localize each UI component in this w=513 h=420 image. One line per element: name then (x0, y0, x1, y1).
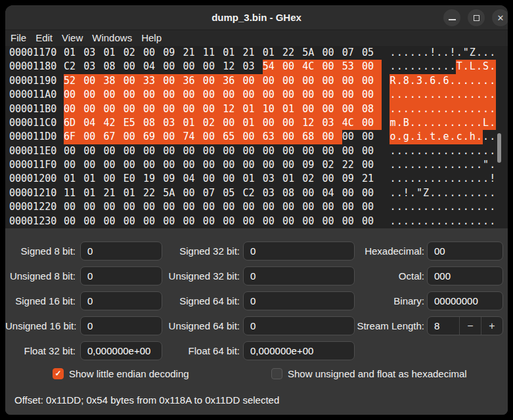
ascii-char[interactable]: h (469, 130, 476, 144)
hex-byte[interactable]: 00 (163, 215, 183, 228)
ascii-char[interactable]: . (483, 88, 489, 102)
hex-byte[interactable]: 6D (64, 116, 83, 130)
hex-byte[interactable]: 00 (183, 60, 203, 74)
ascii-char[interactable]: . (449, 158, 456, 172)
hex-byte[interactable]: 11 (203, 46, 223, 60)
ascii-char[interactable]: c (456, 130, 462, 144)
ascii-char[interactable]: S (483, 60, 489, 74)
hex-byte[interactable]: 00 (223, 88, 242, 102)
hex-byte[interactable]: 00 (143, 158, 163, 172)
ascii-char[interactable]: . (443, 158, 449, 172)
hex-byte[interactable]: 00 (302, 144, 322, 158)
hex-byte[interactable]: 00 (342, 215, 362, 228)
ascii-char[interactable]: . (430, 144, 436, 158)
hex-byte[interactable]: 00 (322, 200, 342, 214)
hex-row[interactable]: 000011B000000000000000001201100100000008… (5, 102, 508, 116)
ascii-char[interactable]: . (403, 215, 409, 228)
hex-byte[interactable]: 00 (83, 200, 103, 214)
hex-byte[interactable]: 12 (223, 60, 242, 74)
ascii-char[interactable]: . (449, 172, 456, 186)
hex-byte[interactable]: 00 (123, 102, 143, 116)
hex-byte[interactable]: 08 (282, 186, 302, 200)
hex-byte[interactable]: 00 (282, 144, 302, 158)
hex-byte[interactable]: 07 (342, 46, 362, 60)
hex-byte[interactable]: 00 (322, 60, 342, 74)
ascii-char[interactable]: . (476, 102, 482, 116)
ascii-char[interactable]: . (462, 144, 469, 158)
hex-byte[interactable]: 38 (104, 74, 123, 88)
hex-byte[interactable]: 00 (104, 102, 123, 116)
ascii-char[interactable]: . (403, 60, 409, 74)
hex-byte[interactable]: 00 (282, 215, 302, 228)
ascii-char[interactable]: . (396, 102, 403, 116)
hex-byte[interactable]: 00 (342, 130, 362, 144)
ascii-char[interactable]: . (469, 186, 476, 200)
ascii-char[interactable]: . (489, 130, 496, 144)
hex-byte[interactable]: 00 (302, 88, 322, 102)
signed64-field[interactable]: 0 (243, 291, 355, 310)
hex-byte[interactable]: 00 (64, 102, 83, 116)
ascii-char[interactable]: . (483, 46, 489, 60)
ascii-char[interactable]: . (449, 102, 456, 116)
hex-row[interactable]: 000011D06F006700690074006500630068000000… (5, 130, 508, 144)
ascii-char[interactable]: . (476, 172, 482, 186)
ascii-char[interactable]: . (449, 186, 456, 200)
hex-row[interactable]: 00001180C203080004000000120354004C005300… (5, 60, 508, 74)
binary-field[interactable]: 00000000 (427, 291, 503, 310)
hex-byte[interactable]: 00 (282, 60, 302, 74)
hex-byte[interactable]: 12 (302, 116, 322, 130)
ascii-char[interactable]: . (409, 158, 416, 172)
ascii-char[interactable]: 3 (416, 74, 422, 88)
hex-byte[interactable]: 07 (203, 186, 223, 200)
hex-byte[interactable]: 00 (242, 144, 262, 158)
hex-byte[interactable]: 04 (183, 172, 203, 186)
hex-byte[interactable]: 00 (322, 102, 342, 116)
hex-byte[interactable]: 00 (64, 158, 83, 172)
ascii-char[interactable]: e (443, 130, 449, 144)
hex-byte[interactable]: 00 (242, 130, 262, 144)
ascii-char[interactable]: . (430, 215, 436, 228)
ascii-char[interactable]: . (416, 88, 422, 102)
hex-byte[interactable]: 36 (223, 74, 242, 88)
hex-byte[interactable]: 5A (163, 186, 183, 200)
ascii-char[interactable]: . (469, 144, 476, 158)
ascii-char[interactable]: . (430, 88, 436, 102)
hex-byte[interactable]: 00 (123, 144, 143, 158)
ascii-char[interactable]: . (462, 116, 469, 130)
ascii-char[interactable]: ! (489, 172, 496, 186)
ascii-char[interactable]: . (396, 130, 403, 144)
hexadecimal-field[interactable]: 00 (427, 242, 503, 261)
ascii-char[interactable]: . (476, 215, 482, 228)
ascii-char[interactable]: . (409, 74, 416, 88)
ascii-char[interactable]: . (449, 144, 456, 158)
hex-byte[interactable]: 00 (342, 88, 362, 102)
ascii-char[interactable]: . (489, 116, 496, 130)
ascii-char[interactable]: . (409, 46, 416, 60)
ascii-char[interactable]: . (416, 46, 422, 60)
ascii-char[interactable]: . (489, 158, 496, 172)
hex-byte[interactable]: 01 (123, 186, 143, 200)
ascii-char[interactable]: . (469, 172, 476, 186)
ascii-char[interactable]: . (469, 74, 476, 88)
ascii-char[interactable]: . (430, 172, 436, 186)
ascii-char[interactable]: . (456, 200, 462, 214)
hex-byte[interactable]: 00 (322, 172, 342, 186)
hex-byte[interactable]: 00 (263, 144, 282, 158)
hex-byte[interactable]: 00 (104, 200, 123, 214)
ascii-char[interactable]: . (403, 200, 409, 214)
ascii-char[interactable]: . (423, 102, 430, 116)
ascii-char[interactable]: . (390, 88, 396, 102)
ascii-char[interactable]: . (423, 200, 430, 214)
ascii-char[interactable]: . (483, 74, 489, 88)
ascii-char[interactable]: . (436, 172, 443, 186)
ascii-char[interactable]: . (436, 60, 443, 74)
hex-byte[interactable]: 67 (104, 130, 123, 144)
hex-byte[interactable]: 12 (223, 102, 242, 116)
stream-length-increment-button[interactable]: + (481, 317, 502, 335)
ascii-char[interactable]: . (390, 102, 396, 116)
hex-byte[interactable]: 08 (104, 60, 123, 74)
ascii-char[interactable]: . (443, 200, 449, 214)
ascii-char[interactable]: Z (469, 46, 476, 60)
hex-byte[interactable]: 01 (223, 46, 242, 60)
hex-byte[interactable]: 00 (64, 215, 83, 228)
